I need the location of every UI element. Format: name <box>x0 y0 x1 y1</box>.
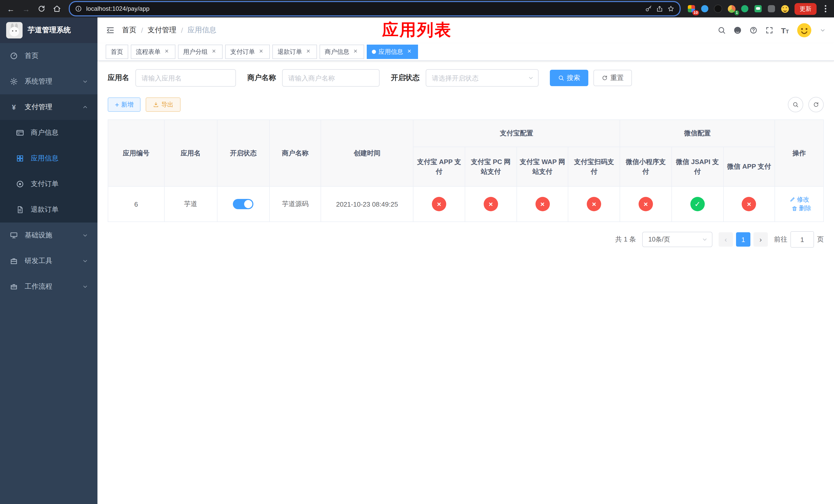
tab-label: 退款订单 <box>278 47 302 56</box>
page-1-button[interactable]: 1 <box>736 232 750 247</box>
user-menu-caret-icon[interactable] <box>820 27 826 33</box>
breadcrumb-home[interactable]: 首页 <box>122 26 136 35</box>
extension-blue-icon[interactable] <box>699 3 710 14</box>
tab-process-form[interactable]: 流程表单× <box>131 45 175 59</box>
status-toggle[interactable] <box>233 199 254 209</box>
sidebar-menu: 首页 系统管理 ¥ 支付管理 商户信息 <box>0 43 97 299</box>
card-icon <box>15 129 25 137</box>
forward-button[interactable]: → <box>20 2 33 15</box>
delete-label: 删除 <box>799 204 811 213</box>
prev-page-button[interactable]: ‹ <box>719 232 733 247</box>
navbar-actions: TT <box>717 23 826 38</box>
close-icon[interactable]: × <box>210 48 218 55</box>
address-bar[interactable]: localhost:1024/pay/app <box>69 1 681 17</box>
breadcrumb-separator: / <box>181 26 183 35</box>
reset-button[interactable]: 重置 <box>593 70 632 86</box>
close-icon[interactable]: × <box>406 48 413 55</box>
close-icon[interactable]: × <box>352 48 359 55</box>
sidebar-item-merchant-info[interactable]: 商户信息 <box>0 120 97 145</box>
sidebar-item-home[interactable]: 首页 <box>0 43 97 69</box>
extension-dark-icon[interactable] <box>712 3 724 14</box>
active-dot <box>372 50 376 54</box>
close-icon[interactable]: × <box>258 48 265 55</box>
browser-update-button[interactable]: 更新 <box>794 3 816 15</box>
app-name-input[interactable] <box>135 69 236 87</box>
github-icon[interactable] <box>733 26 741 35</box>
tab-refund-orders[interactable]: 退款订单× <box>272 45 317 59</box>
edit-button[interactable]: 修改 <box>789 195 809 204</box>
wechat-app-status-icon: × <box>742 197 756 211</box>
status-select-input[interactable] <box>426 69 539 87</box>
admin-app: 芋道管理系统 首页 系统管理 ¥ 支付管理 <box>0 18 834 504</box>
tab-app-info[interactable]: 应用信息× <box>367 45 418 59</box>
refresh-table-button[interactable] <box>808 97 824 112</box>
extension-profile-icon[interactable]: 1 <box>726 3 737 14</box>
delete-button[interactable]: 删除 <box>791 204 811 213</box>
tab-user-group[interactable]: 用户分组× <box>178 45 223 59</box>
add-button[interactable]: +新增 <box>108 97 140 112</box>
sidebar-fold-icon[interactable] <box>106 26 115 35</box>
sidebar-item-pay-orders[interactable]: 支付订单 <box>0 171 97 197</box>
extension-green-circle-icon[interactable] <box>739 3 750 14</box>
home-button[interactable] <box>50 2 64 15</box>
toggle-search-button[interactable] <box>788 97 803 112</box>
edit-label: 修改 <box>797 195 809 204</box>
next-page-button[interactable]: › <box>753 232 768 247</box>
sidebar-item-infrastructure[interactable]: 基础设施 <box>0 223 97 248</box>
table-toolbar: +新增 导出 <box>108 97 824 112</box>
col-status: 开启状态 <box>217 120 269 186</box>
close-icon[interactable]: × <box>305 48 312 55</box>
extension-grid-icon[interactable]: 10 <box>686 3 697 14</box>
close-icon[interactable]: × <box>163 48 170 55</box>
sidebar-item-payment[interactable]: ¥ 支付管理 <box>0 94 97 120</box>
merchant-name-input[interactable] <box>282 69 379 87</box>
status-select[interactable] <box>426 69 539 87</box>
extensions-puzzle-icon[interactable] <box>766 3 777 14</box>
app-title: 芋道管理系统 <box>28 26 71 35</box>
extension-badge: 10 <box>692 10 699 15</box>
sidebar-item-label: 支付订单 <box>31 180 59 189</box>
reload-button[interactable] <box>35 2 48 15</box>
site-info-icon[interactable] <box>75 5 82 12</box>
sidebar-item-workflow[interactable]: 工作流程 <box>0 274 97 299</box>
help-icon[interactable] <box>749 26 757 35</box>
col-created: 创建时间 <box>321 120 413 186</box>
grid-icon <box>15 154 25 162</box>
sidebar-item-system[interactable]: 系统管理 <box>0 69 97 94</box>
font-size-icon[interactable]: TT <box>781 26 789 34</box>
export-button[interactable]: 导出 <box>146 97 180 112</box>
share-icon[interactable] <box>656 5 663 12</box>
tab-merchant-info[interactable]: 商户信息× <box>320 45 364 59</box>
bookmark-star-icon[interactable] <box>667 5 675 12</box>
top-navbar: 首页 / 支付管理 / 应用信息 应用列表 TT <box>97 18 834 43</box>
cell-app-name: 芋道 <box>164 186 217 222</box>
cell-actions: 修改 删除 <box>775 186 824 222</box>
sidebar-item-label: 支付管理 <box>25 102 52 112</box>
add-button-label: 新增 <box>121 100 133 109</box>
goto-page-input[interactable] <box>790 231 814 248</box>
sidebar-item-refund-orders[interactable]: 退款订单 <box>0 197 97 223</box>
url-text[interactable]: localhost:1024/pay/app <box>86 5 641 12</box>
dashboard-icon <box>9 52 19 60</box>
breadcrumb-payment[interactable]: 支付管理 <box>148 26 176 35</box>
tab-label: 应用信息 <box>378 47 403 56</box>
search-button[interactable]: 搜索 <box>550 70 588 86</box>
password-key-icon[interactable] <box>645 5 652 12</box>
sidebar-item-dev-tools[interactable]: 研发工具 <box>0 248 97 274</box>
tab-home[interactable]: 首页 <box>106 45 128 59</box>
search-icon[interactable] <box>717 26 725 35</box>
page-size-input[interactable] <box>642 232 712 247</box>
user-avatar[interactable] <box>796 23 812 38</box>
logo-row: 芋道管理系统 <box>0 18 97 43</box>
page-size-select[interactable] <box>642 232 712 247</box>
fullscreen-icon[interactable] <box>765 26 773 35</box>
tab-pay-orders[interactable]: 支付订单× <box>225 45 270 59</box>
sidebar-item-app-info[interactable]: 应用信息 <box>0 145 97 171</box>
back-button[interactable]: ← <box>4 2 18 15</box>
sidebar-item-label: 工作流程 <box>25 282 52 291</box>
chevron-up-icon <box>82 104 88 110</box>
extension-chat-icon[interactable] <box>752 3 764 14</box>
col-app-id: 应用编号 <box>108 120 164 186</box>
browser-avatar-icon[interactable] <box>779 3 790 14</box>
browser-menu-icon[interactable] <box>824 5 827 13</box>
